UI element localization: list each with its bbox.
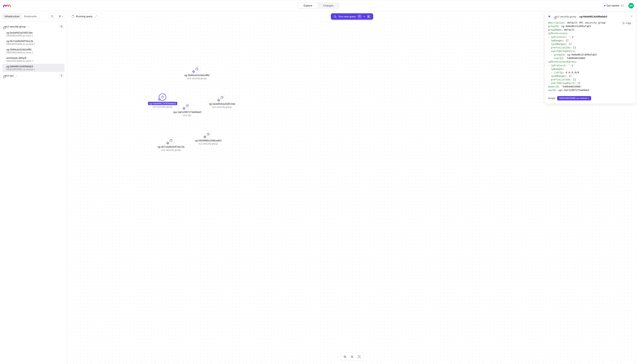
svg-point-7 xyxy=(59,17,60,17)
tab-explore[interactable]: Explore xyxy=(298,3,318,8)
node-status-icon xyxy=(204,136,206,138)
sliders-icon xyxy=(58,15,61,18)
running-query-chip[interactable]: Running query xyxy=(69,13,100,20)
query-button-label: Run new query xyxy=(338,15,356,18)
node-status-icon xyxy=(192,70,195,73)
logo[interactable] xyxy=(3,3,14,8)
node-icon xyxy=(159,94,166,100)
query-plus: + xyxy=(364,15,365,18)
node-status-icon xyxy=(183,107,185,110)
copy-button[interactable]: Copy xyxy=(620,21,633,26)
node-icon xyxy=(205,131,212,138)
resource-scope: 540044833068.eu-west-2 xyxy=(6,51,62,54)
group-count-badge: 1 xyxy=(59,74,64,77)
separator-icon: › xyxy=(552,15,553,18)
get-started-button[interactable]: Get started 0/3 xyxy=(602,3,626,8)
status-dot-icon xyxy=(604,5,606,6)
group-ec2-security-group[interactable]: ec2-security-group 5 xyxy=(1,23,66,30)
tab-changes[interactable]: Changes xyxy=(318,3,339,8)
node-status-icon xyxy=(166,142,169,144)
breadcrumb-group[interactable]: ec2-security-group xyxy=(555,15,576,18)
group-count-badge: 5 xyxy=(59,25,64,28)
close-icon xyxy=(630,15,633,18)
sidebar-body: ec2-security-group 5 sg-0a3af4d2a24df13d… xyxy=(0,22,67,364)
sidebar-tab-infrastructure[interactable]: Infrastructure xyxy=(2,14,22,19)
svg-line-11 xyxy=(336,17,336,18)
get-started-count: 0/3 xyxy=(620,4,624,7)
graph-node[interactable]: sg-0dde8613c609afab3 ec2-security-group xyxy=(148,94,177,108)
details-panel: › ec2-security-group › sg-0dde8613c609af… xyxy=(545,12,636,104)
nav-tabs: Explore Changes xyxy=(298,2,340,9)
svg-line-9 xyxy=(95,17,96,18)
graph-node[interactable]: sg-0b71ed5e50f74e12b ec2-security-group xyxy=(158,137,184,152)
node-label: sg-0dde8613c609afab3 xyxy=(148,102,177,105)
graph-canvas[interactable]: sg-0948cdc916d1efffd ec2-security-group … xyxy=(67,11,637,364)
resource-scope: 540044833068.eu-west-2 xyxy=(6,60,62,62)
zoom-out-icon xyxy=(350,355,354,358)
filter-button[interactable] xyxy=(57,13,65,20)
node-label: sg-0a3af4d2a24df13da xyxy=(209,102,235,105)
avatar[interactable]: EN xyxy=(628,3,634,8)
zoom-out-button[interactable] xyxy=(349,354,355,360)
scope-badge[interactable]: 540044833068.ca-central-1 xyxy=(557,96,591,100)
search-button[interactable] xyxy=(49,13,55,20)
svg-point-5 xyxy=(59,15,60,16)
node-label: vpc-0af12997273e69de5 xyxy=(173,110,202,114)
group-title: ec2-vpc xyxy=(5,74,14,77)
query-kbd-hint: K xyxy=(367,15,370,18)
zoom-in-icon xyxy=(344,355,346,358)
search-icon xyxy=(50,15,54,18)
node-label: sg-0504f88b1048cad02 xyxy=(195,139,222,142)
resource-scope: 540044833068.eu-west-1 xyxy=(6,34,62,37)
node-type: ec2-security-group xyxy=(212,106,232,108)
svg-line-17 xyxy=(352,357,353,358)
sidebar-item-resource[interactable]: sg-0948cdc916d1efffd 540044833068.eu-wes… xyxy=(2,47,64,55)
expand-icon[interactable] xyxy=(95,15,97,18)
resource-id: sg-0b71ed5e50f74e12b xyxy=(6,40,62,42)
zoom-in-button[interactable] xyxy=(342,354,348,360)
run-new-query-button[interactable]: Run new query * + K xyxy=(331,13,373,20)
scope-row: Scope 540044833068.ca-central-1 xyxy=(548,95,633,100)
details-breadcrumb: › ec2-security-group › sg-0dde8613c609af… xyxy=(548,15,633,18)
resource-id: sg-0a3af4d2a24df13da xyxy=(6,31,62,34)
sidebar-item-resource[interactable]: sg-0b71ed5e50f74e12b 540044833068.eu-cen… xyxy=(2,38,64,47)
node-label: sg-0948cdc916d1efffd xyxy=(184,74,210,77)
copy-icon xyxy=(622,22,625,24)
sidebar-item-resource[interactable]: workloads-default 540044833068.eu-west-2 xyxy=(2,55,64,64)
chevron-right-icon xyxy=(15,74,18,77)
get-started-label: Get started xyxy=(606,4,619,7)
node-type: ec2-security-group xyxy=(187,77,206,80)
sidebar-item-resource[interactable]: sg-0a3af4d2a24df13da 540044833068.eu-wes… xyxy=(2,30,64,38)
graph-node[interactable]: vpc-0af12997273e69de5 ec2-vpc xyxy=(173,102,202,117)
svg-point-19 xyxy=(359,356,360,357)
node-type: ec2-security-group xyxy=(198,142,218,145)
yaml-content: description: default VPC security group … xyxy=(548,21,633,92)
close-button[interactable] xyxy=(630,15,633,18)
resource-scope: 540044833068.eu-central-1 xyxy=(6,43,62,46)
graph-node[interactable]: sg-0504f88b1048cad02 ec2-security-group xyxy=(195,131,222,145)
breadcrumb-current: sg-0dde8613c609afab3 xyxy=(579,15,607,18)
fit-view-icon xyxy=(358,355,361,358)
spinner-icon xyxy=(72,15,74,18)
svg-line-1 xyxy=(52,17,53,18)
sidebar-tab-bookmarks[interactable]: Bookmarks xyxy=(22,14,40,19)
fit-view-button[interactable] xyxy=(356,354,362,360)
resource-scope: 540044833068.ca-central-1 xyxy=(6,68,62,71)
graph-node[interactable]: sg-0a3af4d2a24df13da ec2-security-group xyxy=(209,94,235,108)
node-icon xyxy=(184,102,191,110)
search-icon xyxy=(334,15,336,18)
app-header: Explore Changes Get started 0/3 EN xyxy=(0,0,637,11)
graph-node[interactable]: sg-0948cdc916d1efffd ec2-security-group xyxy=(184,66,210,80)
query-tag-text: * xyxy=(359,15,360,18)
resource-id: sg-0948cdc916d1efffd xyxy=(6,48,62,51)
sidebar-item-resource[interactable]: sg-0dde8613c609afab3 540044833068.ca-cen… xyxy=(2,64,64,72)
svg-point-10 xyxy=(334,16,336,17)
svg-rect-22 xyxy=(623,23,624,24)
group-ec2-vpc[interactable]: ec2-vpc 1 xyxy=(1,72,66,79)
query-tag: * xyxy=(358,15,362,18)
running-query-label: Running query xyxy=(76,15,92,18)
node-type: ec2-vpc xyxy=(183,114,192,117)
node-icon xyxy=(168,137,174,144)
svg-point-6 xyxy=(60,16,60,16)
svg-line-13 xyxy=(346,357,346,358)
